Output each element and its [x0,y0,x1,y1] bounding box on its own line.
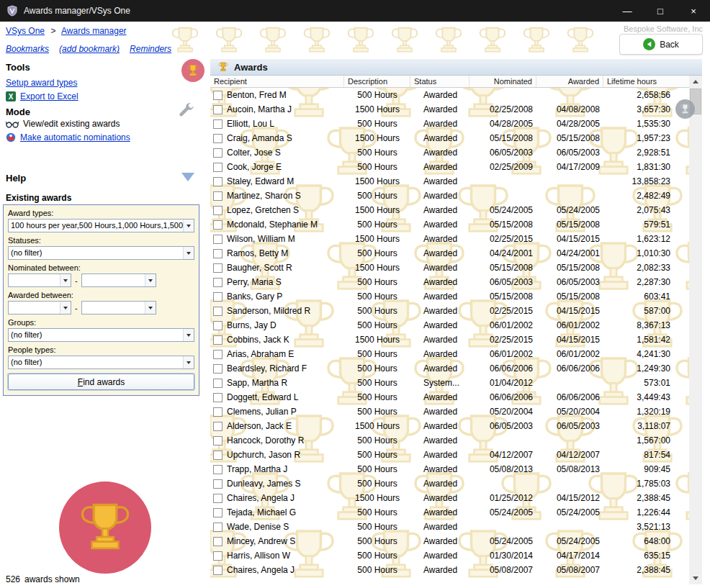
row-checkbox[interactable] [213,206,223,215]
triangle-down-icon[interactable] [181,173,194,181]
row-checkbox[interactable] [213,537,223,546]
table-row[interactable]: Chaires, Angela J500 HoursAwarded05/08/2… [210,563,689,577]
awarded-from-select[interactable] [8,301,71,315]
row-checkbox[interactable] [213,494,223,503]
table-row[interactable]: Clemens, Julian P500 HoursAwarded05/20/2… [210,404,689,419]
table-row[interactable]: Cobbins, Jack K1500 HoursAwarded02/25/20… [210,333,689,347]
table-row[interactable]: Sapp, Martha R500 HoursSystem...01/04/20… [210,376,689,390]
table-row[interactable]: Cook, Jorge E500 HoursAwarded02/25/20090… [210,160,689,174]
table-row[interactable]: Doggett, Edward L500 HoursAwarded06/06/2… [210,390,689,404]
scroll-up-button[interactable] [689,76,702,88]
table-row[interactable]: Chaires, Angela J1500 HoursAwarded01/25/… [210,491,689,505]
table-row[interactable]: Wade, Denise S500 HoursAwarded3,521:13 [210,520,689,534]
row-checkbox[interactable] [213,105,223,114]
row-checkbox[interactable] [213,393,223,402]
row-checkbox[interactable] [213,163,223,172]
view-edit-mode-item[interactable]: View/edit existing awards [23,119,120,129]
vertical-scrollbar[interactable] [689,76,702,584]
row-checkbox[interactable] [213,307,223,316]
table-row[interactable]: Perry, Maria S500 HoursAwarded06/05/2003… [210,275,689,289]
table-row[interactable]: Alderson, Jack E1500 HoursAwarded06/05/2… [210,419,689,433]
row-checkbox[interactable] [213,436,223,445]
table-row[interactable]: Mincey, Andrew S500 HoursAwarded05/24/20… [210,534,689,548]
table-row[interactable]: Lopez, Gretchen S1500 HoursAwarded05/24/… [210,203,689,217]
column-header-recipient[interactable]: Recipient [210,76,344,87]
back-button[interactable]: Back [619,34,703,55]
find-awards-button[interactable]: Find awards [8,374,194,390]
row-checkbox[interactable] [213,321,223,330]
nominated-to-select[interactable] [81,273,156,287]
row-checkbox[interactable] [213,566,223,575]
row-checkbox[interactable] [213,364,223,374]
row-checkbox[interactable] [213,508,223,517]
bookmarks-link[interactable]: Bookmarks [6,44,49,54]
row-checkbox[interactable] [213,263,223,273]
row-checkbox[interactable] [213,407,223,417]
table-row[interactable]: Upchurch, Jason R500 HoursAwarded04/12/2… [210,448,689,462]
row-checkbox[interactable] [213,134,223,143]
breadcrumb-awards-manager[interactable]: Awards manager [61,26,127,36]
row-checkbox[interactable] [213,249,223,258]
statuses-select[interactable]: (no filter) [8,246,194,260]
row-checkbox[interactable] [213,91,223,100]
reminders-link[interactable]: Reminders [130,44,171,54]
column-header-nominated[interactable]: Nominated [469,76,536,87]
table-row[interactable]: Aucoin, Martha J1500 HoursAwarded02/25/2… [210,102,689,117]
people-types-select[interactable]: (no filter) [8,356,194,369]
maximize-button[interactable]: □ [644,0,677,22]
row-checkbox[interactable] [213,350,223,359]
scroll-down-button[interactable] [689,572,702,584]
row-checkbox[interactable] [213,379,223,388]
table-row[interactable]: Craig, Amanda S1500 HoursAwarded05/15/20… [210,131,689,145]
row-checkbox[interactable] [213,551,223,561]
awarded-to-select[interactable] [81,301,156,315]
table-row[interactable]: Ramos, Betty M500 HoursAwarded04/24/2001… [210,246,689,261]
table-row[interactable]: Baugher, Scott R1500 HoursAwarded05/15/2… [210,261,689,275]
table-row[interactable]: Burns, Jay D500 HoursAwarded06/01/200206… [210,318,689,333]
row-checkbox[interactable] [213,177,223,186]
column-header-awarded[interactable]: Awarded [536,76,603,87]
table-row[interactable]: Tejada, Michael G500 HoursAwarded05/24/2… [210,505,689,520]
row-checkbox[interactable] [213,335,223,345]
award-types-select[interactable]: 100 hours per year,500 Hours,1,000 Hours… [8,219,194,232]
row-checkbox[interactable] [213,191,223,201]
column-header-description[interactable]: Description [344,76,410,87]
row-checkbox[interactable] [213,119,223,129]
table-row[interactable]: Mcdonald, Stephanie M500 HoursAwarded05/… [210,217,689,232]
table-row[interactable]: Trapp, Martha J500 HoursAwarded05/08/201… [210,462,689,476]
trophy-circle-gray-icon[interactable] [675,99,695,119]
nominated-from-select[interactable] [8,273,71,287]
table-row[interactable]: Arias, Abraham E500 HoursAwarded06/01/20… [210,347,689,361]
row-checkbox[interactable] [213,523,223,532]
table-row[interactable]: Beardsley, Richard F500 HoursAwarded06/0… [210,361,689,376]
make-automatic-nominations-link[interactable]: Make automatic nominations [20,132,130,143]
export-to-excel-link[interactable]: Export to Excel [20,91,78,101]
table-row[interactable]: Sanderson, Mildred R500 HoursAwarded02/2… [210,304,689,318]
table-row[interactable]: Dunleavy, James S500 HoursAwarded1,785:0… [210,476,689,491]
table-row[interactable]: Harris, Allison W500 HoursAwarded01/30/2… [210,548,689,563]
table-row[interactable]: Colter, Jose S500 HoursAwarded06/05/2003… [210,145,689,160]
setup-award-types-link[interactable]: Setup award types [6,78,77,88]
table-row[interactable]: Wilson, William M1500 HoursAwarded02/25/… [210,232,689,246]
table-row[interactable]: Elliott, Lou L500 HoursAwarded04/28/2005… [210,117,689,131]
row-checkbox[interactable] [213,235,223,244]
row-checkbox[interactable] [213,292,223,302]
table-row[interactable]: Benton, Fred M500 HoursAwarded2,658:56 [210,88,689,102]
add-bookmark-link[interactable]: (add bookmark) [59,44,120,54]
row-checkbox[interactable] [213,479,223,489]
table-row[interactable]: Martinez, Sharon S500 HoursAwarded2,482:… [210,189,689,203]
row-checkbox[interactable] [213,465,223,474]
row-checkbox[interactable] [213,422,223,431]
column-header-status[interactable]: Status [410,76,469,87]
table-row[interactable]: Hancock, Dorothy R500 HoursAwarded1,567:… [210,433,689,448]
table-row[interactable]: Staley, Edward M1500 HoursAwarded13,858:… [210,174,689,189]
breadcrumb-vsys-one[interactable]: VSys One [6,26,45,36]
column-header-lifetime-hours[interactable]: Lifetime hours [603,76,689,87]
groups-select[interactable]: (no filter) [8,328,194,342]
table-row[interactable]: Banks, Gary P500 HoursAwarded05/15/20080… [210,289,689,304]
minimize-button[interactable]: — [611,0,644,22]
row-checkbox[interactable] [213,451,223,460]
close-button[interactable]: × [677,0,710,22]
row-checkbox[interactable] [213,220,223,230]
row-checkbox[interactable] [213,148,223,158]
